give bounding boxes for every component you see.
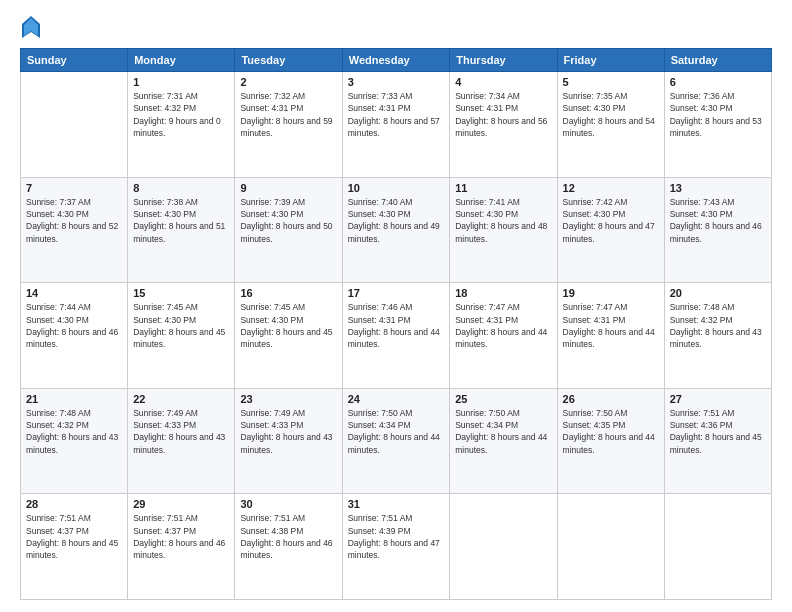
day-detail: Sunrise: 7:50 AMSunset: 4:35 PMDaylight:… (563, 407, 659, 456)
day-number: 20 (670, 287, 766, 299)
calendar-table: Sunday Monday Tuesday Wednesday Thursday… (20, 48, 772, 600)
day-detail: Sunrise: 7:35 AMSunset: 4:30 PMDaylight:… (563, 90, 659, 139)
day-number: 16 (240, 287, 336, 299)
header-sunday: Sunday (21, 49, 128, 72)
header-saturday: Saturday (664, 49, 771, 72)
calendar-cell: 31Sunrise: 7:51 AMSunset: 4:39 PMDayligh… (342, 494, 450, 600)
day-detail: Sunrise: 7:42 AMSunset: 4:30 PMDaylight:… (563, 196, 659, 245)
calendar-cell: 23Sunrise: 7:49 AMSunset: 4:33 PMDayligh… (235, 388, 342, 494)
calendar-cell: 4Sunrise: 7:34 AMSunset: 4:31 PMDaylight… (450, 72, 557, 178)
day-number: 9 (240, 182, 336, 194)
day-detail: Sunrise: 7:32 AMSunset: 4:31 PMDaylight:… (240, 90, 336, 139)
calendar-cell: 7Sunrise: 7:37 AMSunset: 4:30 PMDaylight… (21, 177, 128, 283)
day-detail: Sunrise: 7:33 AMSunset: 4:31 PMDaylight:… (348, 90, 445, 139)
day-detail: Sunrise: 7:45 AMSunset: 4:30 PMDaylight:… (133, 301, 229, 350)
calendar-week-row: 21Sunrise: 7:48 AMSunset: 4:32 PMDayligh… (21, 388, 772, 494)
day-detail: Sunrise: 7:51 AMSunset: 4:37 PMDaylight:… (133, 512, 229, 561)
day-number: 24 (348, 393, 445, 405)
day-number: 13 (670, 182, 766, 194)
day-number: 27 (670, 393, 766, 405)
day-number: 17 (348, 287, 445, 299)
calendar-week-row: 7Sunrise: 7:37 AMSunset: 4:30 PMDaylight… (21, 177, 772, 283)
header (20, 18, 772, 38)
day-detail: Sunrise: 7:34 AMSunset: 4:31 PMDaylight:… (455, 90, 551, 139)
logo (20, 18, 40, 38)
calendar-cell (450, 494, 557, 600)
logo-icon (22, 16, 40, 38)
day-number: 3 (348, 76, 445, 88)
calendar-cell (664, 494, 771, 600)
calendar-week-row: 28Sunrise: 7:51 AMSunset: 4:37 PMDayligh… (21, 494, 772, 600)
day-number: 2 (240, 76, 336, 88)
calendar-cell: 20Sunrise: 7:48 AMSunset: 4:32 PMDayligh… (664, 283, 771, 389)
day-detail: Sunrise: 7:44 AMSunset: 4:30 PMDaylight:… (26, 301, 122, 350)
header-friday: Friday (557, 49, 664, 72)
header-tuesday: Tuesday (235, 49, 342, 72)
day-detail: Sunrise: 7:49 AMSunset: 4:33 PMDaylight:… (240, 407, 336, 456)
day-number: 23 (240, 393, 336, 405)
day-detail: Sunrise: 7:46 AMSunset: 4:31 PMDaylight:… (348, 301, 445, 350)
calendar-cell: 21Sunrise: 7:48 AMSunset: 4:32 PMDayligh… (21, 388, 128, 494)
day-number: 30 (240, 498, 336, 510)
day-detail: Sunrise: 7:51 AMSunset: 4:38 PMDaylight:… (240, 512, 336, 561)
calendar-cell: 27Sunrise: 7:51 AMSunset: 4:36 PMDayligh… (664, 388, 771, 494)
day-detail: Sunrise: 7:37 AMSunset: 4:30 PMDaylight:… (26, 196, 122, 245)
day-number: 14 (26, 287, 122, 299)
calendar-cell: 9Sunrise: 7:39 AMSunset: 4:30 PMDaylight… (235, 177, 342, 283)
day-detail: Sunrise: 7:50 AMSunset: 4:34 PMDaylight:… (455, 407, 551, 456)
day-number: 10 (348, 182, 445, 194)
day-number: 25 (455, 393, 551, 405)
calendar-cell: 30Sunrise: 7:51 AMSunset: 4:38 PMDayligh… (235, 494, 342, 600)
day-detail: Sunrise: 7:48 AMSunset: 4:32 PMDaylight:… (670, 301, 766, 350)
calendar-page: Sunday Monday Tuesday Wednesday Thursday… (0, 0, 792, 612)
calendar-cell: 6Sunrise: 7:36 AMSunset: 4:30 PMDaylight… (664, 72, 771, 178)
day-number: 21 (26, 393, 122, 405)
calendar-cell: 25Sunrise: 7:50 AMSunset: 4:34 PMDayligh… (450, 388, 557, 494)
day-detail: Sunrise: 7:51 AMSunset: 4:36 PMDaylight:… (670, 407, 766, 456)
calendar-cell: 10Sunrise: 7:40 AMSunset: 4:30 PMDayligh… (342, 177, 450, 283)
calendar-cell: 12Sunrise: 7:42 AMSunset: 4:30 PMDayligh… (557, 177, 664, 283)
day-number: 28 (26, 498, 122, 510)
day-detail: Sunrise: 7:39 AMSunset: 4:30 PMDaylight:… (240, 196, 336, 245)
header-wednesday: Wednesday (342, 49, 450, 72)
calendar-cell: 15Sunrise: 7:45 AMSunset: 4:30 PMDayligh… (128, 283, 235, 389)
day-detail: Sunrise: 7:38 AMSunset: 4:30 PMDaylight:… (133, 196, 229, 245)
day-detail: Sunrise: 7:31 AMSunset: 4:32 PMDaylight:… (133, 90, 229, 139)
day-number: 5 (563, 76, 659, 88)
calendar-cell: 8Sunrise: 7:38 AMSunset: 4:30 PMDaylight… (128, 177, 235, 283)
day-number: 8 (133, 182, 229, 194)
day-number: 18 (455, 287, 551, 299)
calendar-cell: 26Sunrise: 7:50 AMSunset: 4:35 PMDayligh… (557, 388, 664, 494)
day-detail: Sunrise: 7:48 AMSunset: 4:32 PMDaylight:… (26, 407, 122, 456)
calendar-cell (557, 494, 664, 600)
day-number: 1 (133, 76, 229, 88)
calendar-cell: 24Sunrise: 7:50 AMSunset: 4:34 PMDayligh… (342, 388, 450, 494)
calendar-cell: 11Sunrise: 7:41 AMSunset: 4:30 PMDayligh… (450, 177, 557, 283)
calendar-week-row: 14Sunrise: 7:44 AMSunset: 4:30 PMDayligh… (21, 283, 772, 389)
calendar-cell: 22Sunrise: 7:49 AMSunset: 4:33 PMDayligh… (128, 388, 235, 494)
calendar-week-row: 1Sunrise: 7:31 AMSunset: 4:32 PMDaylight… (21, 72, 772, 178)
day-detail: Sunrise: 7:43 AMSunset: 4:30 PMDaylight:… (670, 196, 766, 245)
day-number: 31 (348, 498, 445, 510)
day-number: 6 (670, 76, 766, 88)
day-detail: Sunrise: 7:41 AMSunset: 4:30 PMDaylight:… (455, 196, 551, 245)
day-number: 11 (455, 182, 551, 194)
calendar-cell (21, 72, 128, 178)
calendar-cell: 2Sunrise: 7:32 AMSunset: 4:31 PMDaylight… (235, 72, 342, 178)
calendar-cell: 28Sunrise: 7:51 AMSunset: 4:37 PMDayligh… (21, 494, 128, 600)
calendar-cell: 5Sunrise: 7:35 AMSunset: 4:30 PMDaylight… (557, 72, 664, 178)
calendar-header-row: Sunday Monday Tuesday Wednesday Thursday… (21, 49, 772, 72)
calendar-cell: 17Sunrise: 7:46 AMSunset: 4:31 PMDayligh… (342, 283, 450, 389)
day-number: 15 (133, 287, 229, 299)
calendar-cell: 13Sunrise: 7:43 AMSunset: 4:30 PMDayligh… (664, 177, 771, 283)
day-detail: Sunrise: 7:47 AMSunset: 4:31 PMDaylight:… (563, 301, 659, 350)
day-number: 7 (26, 182, 122, 194)
calendar-cell: 29Sunrise: 7:51 AMSunset: 4:37 PMDayligh… (128, 494, 235, 600)
day-detail: Sunrise: 7:47 AMSunset: 4:31 PMDaylight:… (455, 301, 551, 350)
day-number: 22 (133, 393, 229, 405)
day-detail: Sunrise: 7:36 AMSunset: 4:30 PMDaylight:… (670, 90, 766, 139)
calendar-cell: 1Sunrise: 7:31 AMSunset: 4:32 PMDaylight… (128, 72, 235, 178)
header-monday: Monday (128, 49, 235, 72)
day-number: 12 (563, 182, 659, 194)
day-detail: Sunrise: 7:49 AMSunset: 4:33 PMDaylight:… (133, 407, 229, 456)
